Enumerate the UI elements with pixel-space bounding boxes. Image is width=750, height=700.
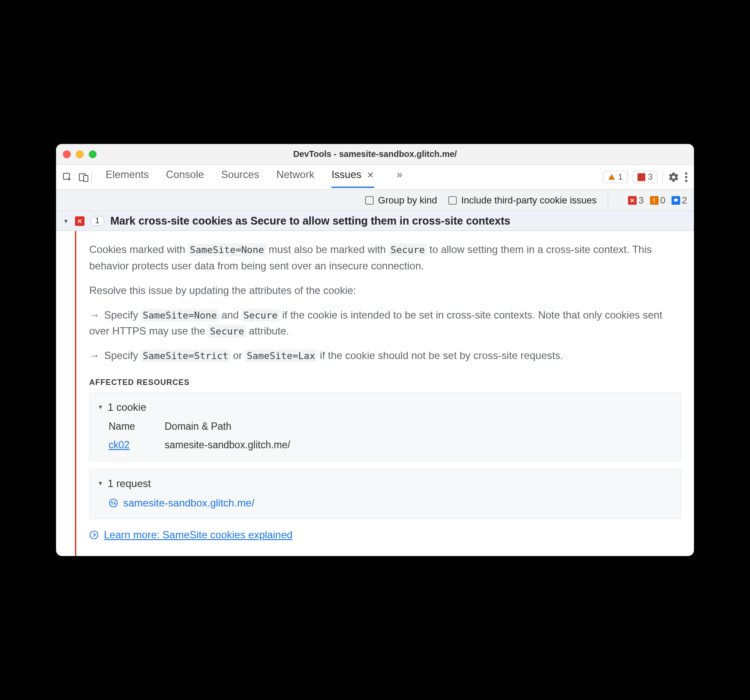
request-url[interactable]: samesite-sandbox.glitch.me/	[123, 495, 254, 511]
affected-cookies-count: 1 cookie	[108, 399, 146, 415]
tab-sources[interactable]: Sources	[221, 169, 259, 186]
issues-filterbar: Group by kind Include third-party cookie…	[56, 190, 694, 211]
col-domain-header: Domain & Path	[165, 419, 673, 434]
affected-resources-label: AFFECTED RESOURCES	[89, 377, 681, 389]
warnings-counter[interactable]: 1	[603, 171, 628, 183]
include-third-party-checkbox[interactable]: Include third-party cookie issues	[448, 195, 597, 206]
cookie-table: Name Domain & Path ck02 samesite-sandbox…	[109, 419, 673, 453]
close-tab-icon[interactable]: ✕	[367, 170, 374, 180]
panel-tabs: Elements Console Sources Network Issues …	[106, 169, 403, 186]
affected-requests-block: ▼ 1 request samesite-sandbox.glitch.me/	[89, 469, 681, 519]
tabs-row: Elements Console Sources Network Issues …	[56, 165, 694, 190]
issue-body: Cookies marked with SameSite=None must a…	[56, 231, 694, 556]
improvements-badge-count: 2	[682, 195, 687, 206]
include-third-party-label: Include third-party cookie issues	[461, 195, 597, 206]
error-icon: ✕	[638, 173, 645, 181]
affected-requests-toggle[interactable]: ▼ 1 request	[97, 475, 673, 491]
svg-point-7	[90, 531, 98, 539]
checkbox-icon	[365, 196, 374, 205]
affected-requests-count: 1 request	[108, 475, 151, 491]
request-icon	[109, 498, 118, 508]
issue-count-badge: 1	[91, 216, 104, 226]
learn-more-row: Learn more: SameSite cookies explained	[89, 527, 681, 543]
issue-title: Mark cross-site cookies as Secure to all…	[110, 215, 510, 227]
checkbox-icon	[448, 196, 457, 205]
errors-badge-count: 3	[638, 195, 644, 206]
affected-cookies-block: ▼ 1 cookie Name Domain & Path ck02 sames…	[89, 393, 681, 461]
improvements-badge[interactable]: 2	[672, 195, 687, 206]
warnings-count: 1	[618, 172, 623, 182]
issue-bullet-2: → Specify SameSite=Strict or SameSite=La…	[89, 347, 681, 363]
titlebar: DevTools - samesite-sandbox.glitch.me/	[56, 144, 694, 165]
errors-badge[interactable]: ✕ 3	[628, 195, 644, 206]
svg-rect-2	[84, 175, 88, 181]
group-by-kind-label: Group by kind	[378, 195, 437, 206]
info-icon	[672, 196, 680, 205]
inspect-icon[interactable]	[62, 172, 72, 182]
window-title: DevTools - samesite-sandbox.glitch.me/	[56, 149, 694, 159]
issue-kind-badges: ✕ 3 ! 0 2	[628, 195, 687, 206]
svg-point-3	[685, 172, 687, 175]
expand-icon: ▼	[97, 403, 103, 412]
svg-point-6	[109, 499, 117, 507]
tab-issues-label: Issues	[331, 169, 361, 180]
more-options-icon[interactable]	[684, 172, 688, 183]
breaking-badge-count: 0	[660, 195, 666, 206]
tab-issues[interactable]: Issues ✕	[331, 169, 374, 186]
issue-row[interactable]: ▼ ✕ 1 Mark cross-site cookies as Secure …	[56, 211, 694, 231]
tab-network[interactable]: Network	[276, 169, 314, 186]
issue-description-2: Resolve this issue by updating the attri…	[89, 282, 681, 298]
external-link-icon	[89, 530, 99, 540]
svg-point-5	[685, 180, 687, 182]
learn-more-link[interactable]: Learn more: SameSite cookies explained	[104, 527, 293, 543]
expand-icon[interactable]: ▼	[63, 218, 69, 225]
settings-icon[interactable]	[668, 172, 679, 183]
errors-counter[interactable]: ✕ 3	[633, 171, 657, 183]
warning-icon: !	[650, 196, 659, 205]
expand-icon: ▼	[97, 479, 103, 488]
issue-bullet-1: → Specify SameSite=None and Secure if th…	[89, 307, 681, 339]
device-toolbar-icon[interactable]	[78, 172, 89, 182]
tab-elements[interactable]: Elements	[106, 169, 149, 186]
breaking-badge[interactable]: ! 0	[650, 195, 666, 206]
errors-count: 3	[648, 172, 653, 182]
tab-console[interactable]: Console	[166, 169, 204, 186]
error-icon: ✕	[75, 216, 84, 226]
cookie-name-link[interactable]: ck02	[109, 439, 130, 450]
col-name-header: Name	[109, 419, 156, 434]
more-tabs-icon[interactable]: »	[397, 169, 402, 186]
error-icon: ✕	[628, 196, 637, 205]
group-by-kind-checkbox[interactable]: Group by kind	[365, 195, 437, 206]
affected-cookies-toggle[interactable]: ▼ 1 cookie	[97, 399, 673, 415]
issue-description-1: Cookies marked with SameSite=None must a…	[89, 241, 681, 273]
devtools-window: DevTools - samesite-sandbox.glitch.me/ E…	[56, 144, 694, 556]
svg-point-4	[685, 176, 687, 178]
cookie-domain-value: samesite-sandbox.glitch.me/	[165, 438, 673, 453]
